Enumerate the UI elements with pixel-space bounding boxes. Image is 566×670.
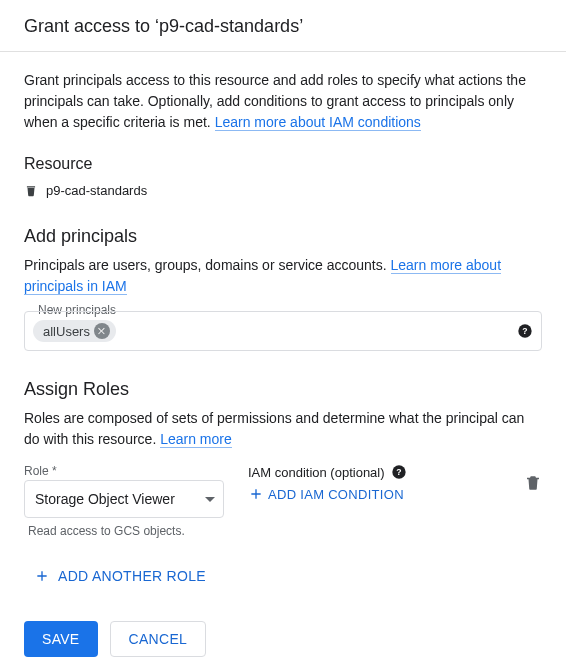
svg-text:?: ? [396, 467, 401, 477]
new-principals-field: New principals allUsers ? [24, 311, 542, 351]
new-principals-input[interactable]: allUsers ? [24, 311, 542, 351]
resource-row: p9-cad-standards [24, 183, 542, 198]
role-row: Role * Storage Object Viewer Read access… [24, 464, 542, 538]
role-select[interactable]: Storage Object Viewer [24, 480, 224, 518]
bucket-icon [24, 184, 38, 198]
add-iam-condition-label: ADD IAM CONDITION [268, 487, 404, 502]
roles-desc-text: Roles are composed of sets of permission… [24, 410, 524, 447]
cancel-button[interactable]: CANCEL [110, 621, 207, 657]
chevron-down-icon [205, 497, 215, 502]
iam-condition-label-line: IAM condition (optional) ? [248, 464, 500, 480]
roles-description: Roles are composed of sets of permission… [24, 408, 542, 450]
help-icon[interactable]: ? [517, 323, 533, 339]
learn-more-roles-link[interactable]: Learn more [160, 431, 232, 448]
add-iam-condition-button[interactable]: ADD IAM CONDITION [248, 486, 404, 502]
dialog-actions: SAVE CANCEL [24, 621, 542, 657]
resource-heading: Resource [24, 155, 542, 173]
save-button[interactable]: SAVE [24, 621, 98, 657]
principal-chip-label: allUsers [43, 324, 90, 339]
role-select-block: Role * Storage Object Viewer Read access… [24, 464, 224, 538]
learn-more-iam-conditions-link[interactable]: Learn more about IAM conditions [215, 114, 421, 131]
add-another-role-button[interactable]: ADD ANOTHER ROLE [24, 568, 206, 584]
intro-text: Grant principals access to this resource… [24, 70, 542, 133]
principals-desc-text: Principals are users, groups, domains or… [24, 257, 391, 273]
dialog-title: Grant access to ‘p9-cad-standards’ [24, 16, 542, 37]
add-principals-heading: Add principals [24, 226, 542, 247]
iam-condition-column: IAM condition (optional) ? ADD IAM CONDI… [248, 464, 500, 505]
principal-chip: allUsers [33, 320, 116, 342]
dialog-header: Grant access to ‘p9-cad-standards’ [0, 0, 566, 52]
role-select-value: Storage Object Viewer [35, 491, 175, 507]
remove-chip-icon[interactable] [94, 323, 110, 339]
svg-text:?: ? [522, 326, 527, 336]
add-another-role-label: ADD ANOTHER ROLE [58, 568, 206, 584]
resource-name: p9-cad-standards [46, 183, 147, 198]
principals-description: Principals are users, groups, domains or… [24, 255, 542, 297]
role-description: Read access to GCS objects. [24, 524, 224, 538]
assign-roles-heading: Assign Roles [24, 379, 542, 400]
iam-condition-label: IAM condition (optional) [248, 465, 385, 480]
role-field-label: Role * [24, 464, 224, 478]
delete-role-button[interactable] [524, 464, 542, 495]
help-icon[interactable]: ? [391, 464, 407, 480]
dialog-content: Grant principals access to this resource… [0, 52, 566, 670]
